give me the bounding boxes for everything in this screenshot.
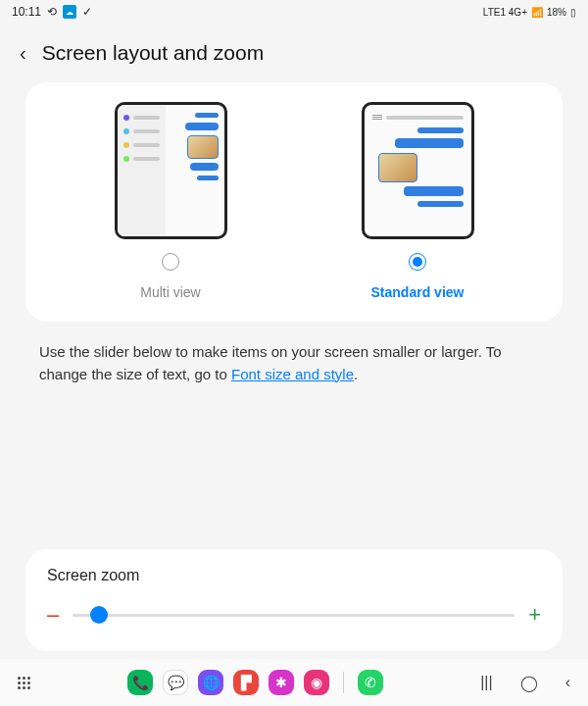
radio-multi-view[interactable] [162, 253, 179, 271]
nav-back-button[interactable]: ‹ [565, 674, 570, 691]
cloud-icon: ☁ [63, 5, 76, 19]
network-label: LTE1 4G+ [483, 7, 527, 18]
page-header: ‹ Screen layout and zoom [0, 24, 588, 75]
home-button[interactable]: ◯ [520, 674, 538, 692]
zoom-decrease-button[interactable]: – [47, 602, 59, 628]
description-tail: . [354, 366, 358, 382]
zoom-slider[interactable] [73, 614, 514, 617]
navigation-bar: 📞 💬 🌐 ▛ ✱ ◉ ✆ ||| ◯ ‹ [0, 659, 588, 706]
status-bar: 10:11 ⟲ ☁ ✓ LTE1 4G+ 📶 18% ▯ [0, 0, 588, 24]
description-text: Use the slider below to make items on yo… [39, 341, 549, 385]
recents-button[interactable]: ||| [480, 674, 492, 691]
signal-icon: 📶 [531, 7, 543, 18]
app-gallery-icon[interactable]: ✱ [269, 670, 294, 695]
app-flipboard-icon[interactable]: ▛ [233, 670, 259, 695]
apps-grid-icon[interactable] [18, 677, 30, 689]
rotate-icon: ⟲ [47, 5, 57, 19]
battery-icon: ▯ [570, 7, 576, 18]
option-standard-view[interactable]: Standard view [362, 102, 474, 300]
status-time: 10:11 [12, 5, 41, 19]
multi-view-preview [115, 102, 227, 239]
app-camera-icon[interactable]: ◉ [304, 670, 329, 695]
page-title: Screen layout and zoom [42, 41, 264, 65]
option-multi-view[interactable]: Multi view [115, 102, 227, 300]
standard-view-preview [362, 102, 474, 239]
screen-zoom-card: Screen zoom – + [25, 549, 563, 651]
radio-standard-view[interactable] [409, 253, 426, 271]
layout-options-card: Multi view Standard view [25, 82, 563, 322]
back-button[interactable]: ‹ [20, 42, 26, 65]
check-icon: ✓ [82, 5, 92, 19]
label-multi-view: Multi view [140, 284, 200, 300]
zoom-slider-thumb[interactable] [90, 606, 108, 624]
app-messages-icon[interactable]: 💬 [163, 670, 188, 695]
battery-label: 18% [547, 7, 566, 18]
font-size-link[interactable]: Font size and style [231, 366, 354, 382]
nav-divider [343, 672, 344, 693]
zoom-increase-button[interactable]: + [528, 602, 541, 628]
label-standard-view: Standard view [371, 284, 465, 300]
app-phone-icon[interactable]: 📞 [127, 670, 153, 695]
app-browser-icon[interactable]: 🌐 [198, 670, 223, 695]
zoom-title: Screen zoom [47, 567, 541, 584]
app-whatsapp-icon[interactable]: ✆ [358, 670, 383, 695]
